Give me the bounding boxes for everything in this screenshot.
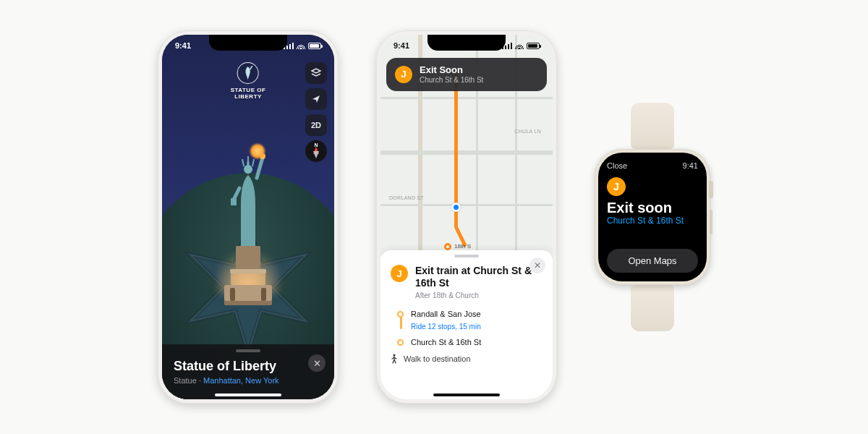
watch-title: Exit soon — [607, 200, 698, 216]
landmark-pin[interactable]: STATUE OF LIBERTY — [231, 62, 266, 100]
close-icon: ✕ — [534, 260, 541, 271]
place-title: Statue of Liberty — [174, 359, 323, 374]
transit-alert-banner[interactable]: J Exit Soon Church St & 16th St — [386, 58, 547, 91]
place-category: Statue — [174, 376, 197, 385]
place-card[interactable]: ✕ Statue of Liberty Statue · Manhattan, … — [162, 344, 334, 399]
iphone-transit-directions: 9:41 CHULA LN DORLAND ST 18th S J Exit S… — [376, 30, 557, 404]
status-time: 9:41 — [175, 41, 191, 50]
landmark-pin-label: STATUE OF LIBERTY — [231, 87, 266, 100]
stop-item[interactable]: Church St & 16th St — [411, 338, 542, 346]
close-button[interactable]: ✕ — [529, 258, 545, 273]
stop-name: Church St & 16th St — [411, 338, 481, 346]
transit-line-badge: J — [395, 66, 412, 83]
close-button[interactable]: Close — [607, 161, 627, 170]
compass-button[interactable]: N — [305, 140, 327, 162]
home-indicator[interactable] — [433, 393, 500, 396]
watch-band-bottom — [631, 285, 674, 331]
close-button[interactable]: ✕ — [308, 354, 326, 372]
drag-handle[interactable] — [454, 255, 479, 258]
street-label: CHULA LN — [514, 129, 541, 134]
user-location-dot-icon — [451, 203, 461, 212]
open-maps-button[interactable]: Open Maps — [607, 249, 698, 273]
map-controls: 2D N — [305, 62, 327, 162]
transit-line-badge: J — [391, 265, 408, 282]
landmark-pin-icon — [237, 62, 259, 84]
svg-point-5 — [393, 354, 395, 356]
battery-icon — [308, 43, 321, 49]
home-indicator[interactable] — [215, 393, 281, 396]
svg-point-4 — [244, 165, 252, 174]
status-time: 9:41 — [393, 41, 409, 50]
step-title: Exit train at Church St & 16th St — [415, 265, 542, 289]
side-button[interactable] — [710, 210, 712, 234]
wifi-icon — [297, 43, 305, 49]
battery-icon — [527, 43, 540, 49]
wifi-icon — [515, 43, 524, 49]
map-style-button[interactable] — [305, 62, 327, 84]
stop-item[interactable]: Randall & San Jose — [411, 310, 542, 318]
map-layers-icon — [310, 67, 322, 79]
statue-model — [228, 153, 268, 247]
stop-dot-icon — [397, 311, 404, 318]
statue-pedestal — [224, 246, 272, 305]
ride-summary[interactable]: Ride 12 stops, 15 min — [411, 323, 542, 331]
drag-handle[interactable] — [236, 349, 260, 352]
close-icon: ✕ — [313, 358, 321, 369]
toggle-2d-label: 2D — [311, 121, 321, 129]
stop-dot-icon — [397, 339, 404, 346]
walk-step[interactable]: Walk to destination — [391, 354, 542, 364]
apple-watch: Close 9:41 J Exit soon Church St & 16th … — [595, 103, 710, 331]
notch — [427, 35, 506, 51]
watch-screen[interactable]: Close 9:41 J Exit soon Church St & 16th … — [598, 153, 707, 281]
step-subtitle: After 18th & Church — [415, 292, 542, 299]
torch-glow-icon — [250, 143, 265, 159]
svg-rect-3 — [231, 198, 237, 205]
street-label: DORLAND ST — [389, 195, 424, 200]
banner-subtitle: Church St & 16th St — [420, 76, 483, 84]
place-location[interactable]: Manhattan, New York — [203, 376, 279, 385]
watch-subtitle: Church St & 16th St — [607, 216, 698, 226]
transit-line-badge: J — [607, 177, 626, 196]
banner-title: Exit Soon — [420, 65, 483, 76]
watch-time: 9:41 — [683, 161, 698, 170]
location-button[interactable] — [305, 88, 327, 110]
location-arrow-icon — [311, 94, 321, 104]
digital-crown[interactable] — [709, 181, 713, 198]
endpoint-label: 18th S — [454, 243, 471, 250]
stop-name: Randall & San Jose — [411, 310, 481, 318]
watch-band-top — [631, 103, 674, 149]
walk-step-label: Walk to destination — [404, 354, 471, 363]
route-endpoint-icon — [444, 243, 451, 250]
iphone-statue-of-liberty: 9:41 ➤ — [158, 30, 339, 404]
directions-sheet[interactable]: ✕ J Exit train at Church St & 16th St Af… — [380, 250, 553, 399]
place-subtitle: Statue · Manhattan, New York — [174, 376, 323, 385]
notch — [209, 35, 287, 51]
toggle-2d-button[interactable]: 2D — [305, 114, 327, 136]
walk-icon — [391, 354, 398, 364]
transit-stops-list: Randall & San Jose Ride 12 stops, 15 min… — [396, 310, 542, 346]
